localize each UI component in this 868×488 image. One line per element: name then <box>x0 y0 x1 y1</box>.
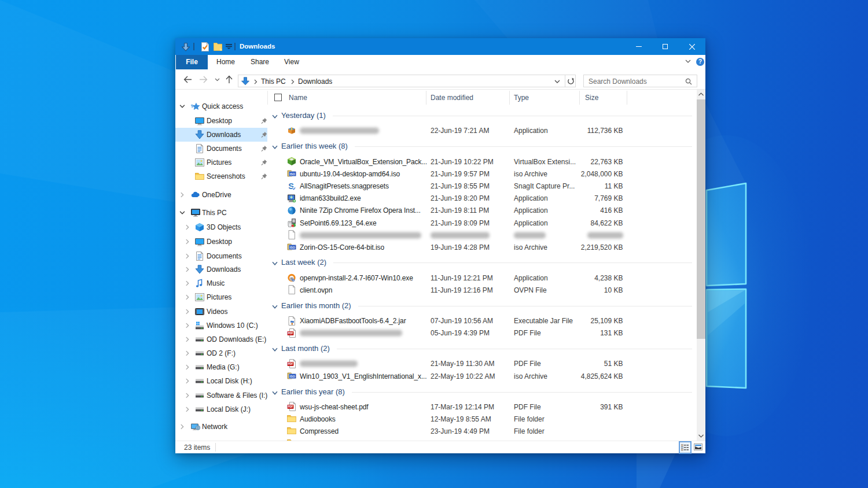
svg-text:PDF: PDF <box>288 332 293 335</box>
svg-text:ISO: ISO <box>290 172 295 176</box>
svg-text:ISO: ISO <box>290 246 295 249</box>
svg-text:PDF: PDF <box>288 363 293 365</box>
svg-text:ISO: ISO <box>290 375 295 378</box>
svg-text:PDF: PDF <box>288 406 293 409</box>
